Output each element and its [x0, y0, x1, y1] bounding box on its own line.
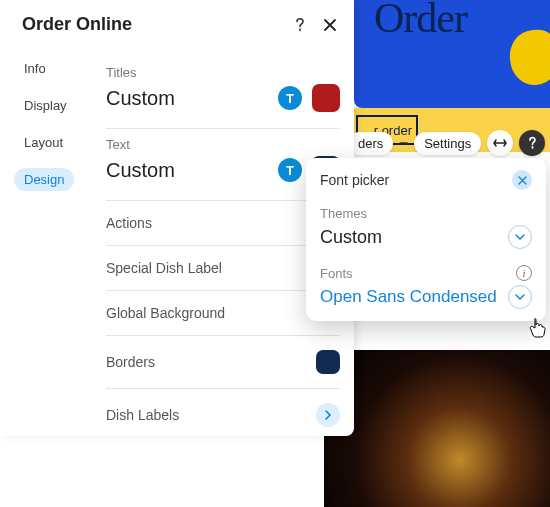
section-text[interactable]: Text Custom T [106, 129, 340, 201]
preview-drink-image [324, 350, 550, 507]
themes-value: Custom [320, 227, 382, 248]
close-icon[interactable] [322, 17, 338, 33]
widget-toolbar: ders – Settings [348, 130, 545, 156]
fonts-dropdown-icon[interactable] [508, 285, 532, 309]
section-actions-label: Actions [106, 215, 152, 231]
lemon-illustration [508, 28, 550, 87]
preview-hero-title: Order [374, 0, 467, 42]
panel-tabs: Info Display Layout Design [0, 47, 88, 441]
section-actions[interactable]: Actions [106, 201, 340, 246]
settings-panel: Order Online Info Display Layout Design … [0, 0, 354, 436]
chevron-right-icon[interactable] [316, 403, 340, 427]
tab-info[interactable]: Info [14, 57, 56, 80]
themes-label: Themes [320, 206, 532, 221]
themes-dropdown-icon[interactable] [508, 225, 532, 249]
text-style-icon[interactable]: T [278, 158, 302, 182]
panel-header: Order Online [0, 0, 354, 41]
panel-title: Order Online [22, 14, 132, 35]
section-dish-labels-label: Dish Labels [106, 407, 179, 423]
section-titles-value: Custom [106, 87, 278, 110]
section-global-bg-label: Global Background [106, 305, 225, 321]
section-global-bg[interactable]: Global Background [106, 291, 340, 336]
fonts-value: Open Sans Condensed [320, 287, 497, 307]
borders-color-swatch[interactable] [316, 350, 340, 374]
section-special-dish[interactable]: Special Dish Label [106, 246, 340, 291]
toolbar-pill-menu[interactable]: ders [348, 132, 393, 155]
toolbar-divider: – [399, 134, 408, 152]
section-borders-label: Borders [106, 354, 155, 370]
tab-display[interactable]: Display [14, 94, 77, 117]
titles-color-swatch[interactable] [312, 84, 340, 112]
section-text-value: Custom [106, 159, 278, 182]
toolbar-pill-settings[interactable]: Settings [414, 132, 481, 155]
stretch-icon[interactable] [487, 130, 513, 156]
tab-design[interactable]: Design [14, 168, 74, 191]
tab-layout[interactable]: Layout [14, 131, 73, 154]
preview-hero: Order [354, 0, 550, 108]
section-text-label: Text [106, 137, 340, 152]
help-icon[interactable] [519, 130, 545, 156]
close-icon[interactable] [512, 170, 532, 190]
info-icon[interactable]: i [516, 265, 532, 281]
help-icon[interactable] [292, 17, 308, 33]
section-titles[interactable]: Titles Custom T [106, 57, 340, 129]
fonts-label: Fonts [320, 266, 353, 281]
section-titles-label: Titles [106, 65, 340, 80]
section-dish-labels[interactable]: Dish Labels [106, 389, 340, 441]
section-special-dish-label: Special Dish Label [106, 260, 222, 276]
section-borders[interactable]: Borders [106, 336, 340, 389]
text-style-icon[interactable]: T [278, 86, 302, 110]
font-picker-title: Font picker [320, 172, 389, 188]
font-picker-popover: Font picker Themes Custom Fonts i Open S… [306, 158, 546, 321]
